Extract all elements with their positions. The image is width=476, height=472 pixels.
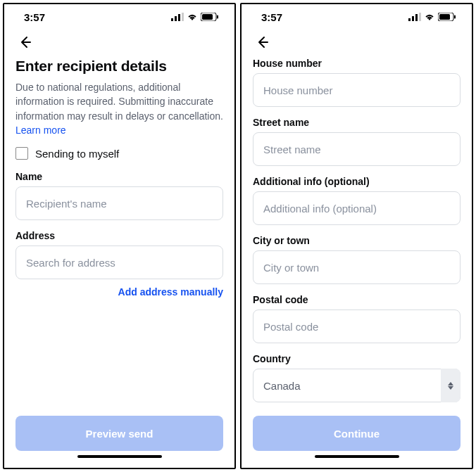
house-number-input[interactable] xyxy=(253,73,461,107)
additional-info-input[interactable] xyxy=(253,191,461,225)
address-input[interactable] xyxy=(15,245,223,279)
status-time: 3:57 xyxy=(24,11,45,23)
arrow-left-icon xyxy=(256,35,270,49)
back-button[interactable] xyxy=(15,32,35,52)
svg-rect-0 xyxy=(171,18,173,21)
country-field: Country Canada xyxy=(253,353,461,402)
additional-info-field: Additional info (optional) xyxy=(253,176,461,225)
page-title: Enter recipient details xyxy=(15,58,223,75)
city-label: City or town xyxy=(253,235,461,246)
wifi-icon xyxy=(187,13,198,21)
footer-right: Continue xyxy=(242,416,472,468)
postal-code-input[interactable] xyxy=(253,310,461,343)
address-field: Address xyxy=(15,230,223,279)
street-name-field: Street name xyxy=(253,117,461,166)
svg-rect-10 xyxy=(419,13,421,21)
svg-rect-13 xyxy=(454,15,456,19)
svg-rect-2 xyxy=(178,14,180,21)
additional-info-label: Additional info (optional) xyxy=(253,176,461,187)
phone-left: 3:57 Enter recipient details Due to nati… xyxy=(3,3,236,469)
back-button[interactable] xyxy=(253,32,273,52)
arrow-left-icon xyxy=(18,35,32,49)
svg-rect-6 xyxy=(217,15,218,19)
footer-left: Preview send xyxy=(4,416,234,468)
city-input[interactable] xyxy=(253,250,461,284)
cellular-icon xyxy=(171,13,184,21)
name-field: Name xyxy=(15,171,223,220)
status-time: 3:57 xyxy=(261,11,282,23)
checkbox-label: Sending to myself xyxy=(35,148,119,160)
country-label: Country xyxy=(253,353,461,364)
send-to-myself-row[interactable]: Sending to myself xyxy=(15,147,223,160)
home-indicator xyxy=(315,455,399,458)
postal-code-label: Postal code xyxy=(253,294,461,305)
address-label: Address xyxy=(15,230,223,241)
country-value: Canada xyxy=(253,369,461,402)
nav-row xyxy=(242,30,472,58)
content-right: House number Street name Additional info… xyxy=(242,58,472,416)
name-input[interactable] xyxy=(15,186,223,220)
checkbox-icon[interactable] xyxy=(15,147,28,160)
svg-rect-5 xyxy=(202,14,213,20)
add-address-manually-link[interactable]: Add address manually xyxy=(15,286,223,298)
battery-icon xyxy=(438,13,456,21)
status-icons xyxy=(171,13,219,21)
page-subtext: Due to national regulations, additional … xyxy=(15,80,223,137)
house-number-field: House number xyxy=(253,58,461,107)
svg-rect-1 xyxy=(175,16,177,21)
svg-rect-8 xyxy=(412,16,414,21)
learn-more-link[interactable]: Learn more xyxy=(15,125,66,136)
cellular-icon xyxy=(408,13,421,21)
status-icons xyxy=(408,13,456,21)
battery-icon xyxy=(201,13,219,21)
wifi-icon xyxy=(424,13,435,21)
content-left: Enter recipient details Due to national … xyxy=(4,58,234,416)
subtext-body: Due to national regulations, additional … xyxy=(15,82,223,122)
status-bar: 3:57 xyxy=(4,4,234,30)
street-name-label: Street name xyxy=(253,117,461,128)
svg-rect-3 xyxy=(182,13,184,21)
postal-code-field: Postal code xyxy=(253,294,461,343)
country-select[interactable]: Canada xyxy=(253,369,461,402)
status-bar: 3:57 xyxy=(242,4,472,30)
house-number-label: House number xyxy=(253,58,461,69)
preview-send-button[interactable]: Preview send xyxy=(15,416,223,451)
continue-button[interactable]: Continue xyxy=(253,416,461,451)
nav-row xyxy=(4,30,234,58)
street-name-input[interactable] xyxy=(253,132,461,166)
home-indicator xyxy=(77,455,162,458)
svg-rect-9 xyxy=(415,14,418,21)
svg-rect-7 xyxy=(408,18,411,21)
name-label: Name xyxy=(15,171,223,182)
city-field: City or town xyxy=(253,235,461,284)
svg-rect-12 xyxy=(439,14,450,20)
phone-right: 3:57 House number Street name Additional… xyxy=(240,3,473,469)
